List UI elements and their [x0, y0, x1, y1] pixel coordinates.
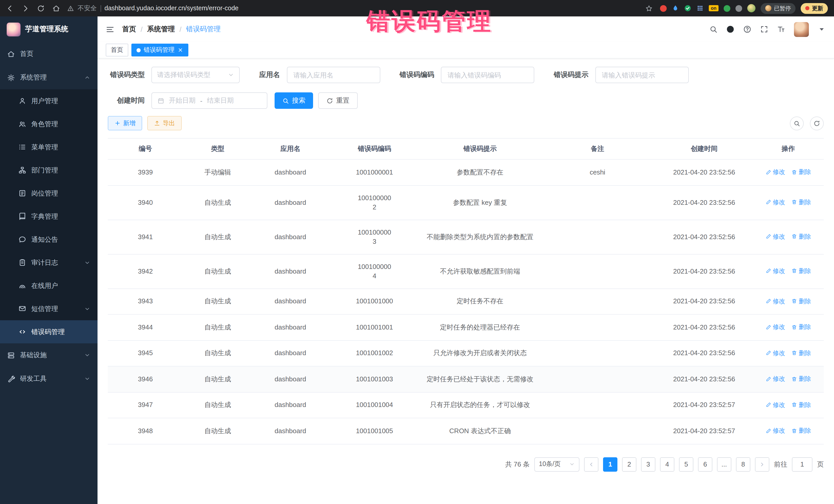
breadcrumb-home[interactable]: 首页 [122, 25, 136, 34]
github-icon[interactable] [726, 25, 734, 34]
gear-icon [7, 74, 15, 81]
sidebar-item-home[interactable]: 首页 [0, 42, 97, 66]
extension-red-icon[interactable] [660, 5, 667, 12]
cell-id: 3939 [108, 159, 183, 185]
page-button-6[interactable]: 6 [698, 457, 712, 472]
sidebar-item-dev-tools[interactable]: 研发工具 [0, 367, 97, 391]
delete-link[interactable]: 删除 [791, 297, 811, 306]
error-code-input[interactable] [441, 67, 534, 83]
page-ellipsis[interactable]: ... [717, 457, 731, 472]
date-range-picker[interactable]: 开始日期 - 结束日期 [151, 92, 267, 109]
search-icon[interactable] [709, 25, 718, 34]
export-button[interactable]: 导出 [147, 116, 182, 130]
delete-link[interactable]: 删除 [791, 198, 811, 207]
sidebar-item-infrastructure[interactable]: 基础设施 [0, 343, 97, 367]
cell-code: 1001001005 [328, 418, 421, 444]
prev-page-button[interactable] [584, 457, 598, 472]
sidebar-item-sms[interactable]: 短信管理 [0, 297, 97, 320]
reset-button[interactable]: 重置 [318, 92, 358, 109]
main-area: 首页 / 系统管理 / 错误码管理 首页 [97, 17, 834, 504]
tag-error-codes[interactable]: 错误码管理 [131, 44, 188, 57]
sidebar-item-roles[interactable]: 角色管理 [0, 112, 97, 135]
toggle-search-button[interactable] [790, 116, 804, 130]
edit-link[interactable]: 修改 [766, 426, 785, 435]
cell-remark [540, 418, 655, 444]
badge-icon [19, 190, 26, 197]
app-logo[interactable]: 芋道管理系统 [0, 17, 97, 42]
page-size-select[interactable]: 10条/页 [534, 457, 579, 472]
page-button-5[interactable]: 5 [679, 457, 694, 472]
color-drop-icon[interactable] [672, 5, 679, 12]
back-icon[interactable] [6, 4, 14, 12]
browser-update-button[interactable]: 更新 [800, 3, 828, 14]
sidebar-item-dictionary[interactable]: 字典管理 [0, 205, 97, 228]
add-button[interactable]: 新增 [108, 116, 142, 130]
question-icon[interactable] [743, 25, 751, 34]
delete-link[interactable]: 删除 [791, 232, 811, 241]
sidebar-item-notices[interactable]: 通知公告 [0, 228, 97, 251]
table-row: 3943 自动生成 dashboard 1001001000 定时任务不存在 2… [108, 288, 824, 314]
delete-link[interactable]: 删除 [791, 266, 811, 276]
edit-link[interactable]: 修改 [766, 322, 785, 332]
cell-hint: 只有开启状态的任务，才可以修改 [421, 392, 540, 418]
apps-grid-icon[interactable] [697, 5, 704, 12]
sidebar-item-error-codes[interactable]: 错误码管理 [0, 320, 97, 343]
search-button[interactable]: 搜索 [275, 92, 313, 109]
profile-avatar[interactable] [747, 4, 755, 12]
edit-link[interactable]: 修改 [766, 348, 785, 357]
delete-link[interactable]: 删除 [791, 167, 811, 177]
paused-badge[interactable]: 已暂停 [761, 3, 795, 14]
refresh-table-button[interactable] [810, 116, 824, 130]
fullscreen-icon[interactable] [760, 25, 768, 34]
user-avatar[interactable] [794, 22, 809, 37]
page-button-4[interactable]: 4 [660, 457, 674, 472]
extensions-puzzle-icon[interactable] [736, 5, 742, 12]
sidebar-item-online-users[interactable]: 在线用户 [0, 274, 97, 297]
font-size-icon[interactable] [777, 25, 785, 34]
vpn-badge[interactable]: on [709, 5, 719, 11]
sidebar-item-menus[interactable]: 菜单管理 [0, 135, 97, 159]
app-name-input[interactable] [287, 67, 380, 83]
extension-leaf-icon[interactable] [724, 5, 730, 12]
sidebar-item-departments[interactable]: 部门管理 [0, 159, 97, 182]
edit-link[interactable]: 修改 [766, 297, 785, 306]
sidebar-item-users[interactable]: 用户管理 [0, 89, 97, 112]
close-icon[interactable] [178, 47, 183, 53]
delete-link[interactable]: 删除 [791, 426, 811, 435]
sidebar-item-positions[interactable]: 岗位管理 [0, 182, 97, 205]
next-page-button[interactable] [755, 457, 769, 472]
forward-icon[interactable] [22, 4, 29, 12]
edit-link[interactable]: 修改 [766, 374, 785, 384]
delete-link[interactable]: 删除 [791, 348, 811, 357]
sidebar-item-audit-log[interactable]: 审计日志 [0, 251, 97, 274]
error-type-select[interactable]: 请选择错误码类型 [151, 67, 240, 83]
page-button-2[interactable]: 2 [622, 457, 636, 472]
delete-link[interactable]: 删除 [791, 400, 811, 409]
home-nav-icon[interactable] [52, 4, 60, 12]
edit-link[interactable]: 修改 [766, 400, 785, 409]
edit-link[interactable]: 修改 [766, 232, 785, 241]
extension-check-icon[interactable] [684, 5, 691, 12]
caret-down-icon[interactable] [817, 25, 826, 34]
address-bar[interactable]: 不安全 dashboard.yudao.iocoder.cn/system/er… [65, 4, 655, 13]
sidebar-item-system[interactable]: 系统管理 [0, 66, 97, 89]
tag-home[interactable]: 首页 [106, 44, 128, 57]
edit-link[interactable]: 修改 [766, 198, 785, 207]
sidebar-item-label: 审计日志 [31, 258, 58, 267]
bookmark-star-icon[interactable] [645, 4, 653, 12]
hamburger-icon[interactable] [106, 25, 114, 34]
delete-link[interactable]: 删除 [791, 374, 811, 384]
page-button-1[interactable]: 1 [603, 457, 617, 472]
breadcrumb-system[interactable]: 系统管理 [147, 25, 175, 34]
edit-link[interactable]: 修改 [766, 167, 785, 177]
col-header-remark: 备注 [540, 138, 655, 159]
delete-link[interactable]: 删除 [791, 322, 811, 332]
reload-icon[interactable] [37, 4, 45, 12]
edit-link[interactable]: 修改 [766, 266, 785, 276]
cell-code: 1001001003 [328, 366, 421, 392]
error-hint-input[interactable] [595, 67, 688, 83]
page-button-8[interactable]: 8 [736, 457, 750, 472]
page-button-3[interactable]: 3 [641, 457, 655, 472]
goto-page-input[interactable] [792, 457, 812, 472]
date-end-placeholder: 结束日期 [207, 96, 234, 105]
